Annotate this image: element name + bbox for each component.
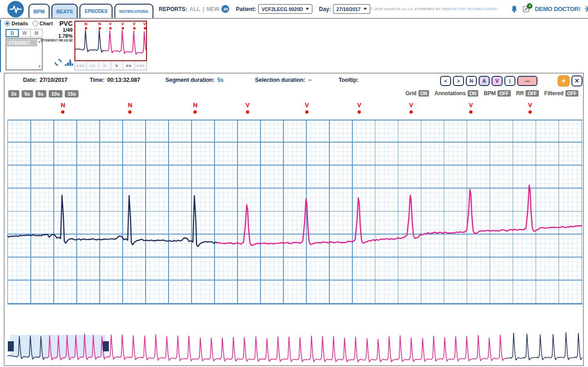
duration-button-10s[interactable]: 10s	[49, 90, 62, 97]
reports-separator: |	[203, 6, 204, 12]
segment-time: Time: 00:13:32.087	[90, 77, 140, 83]
thumb-annotation-V: V	[121, 22, 124, 29]
beat-button-3[interactable]: A	[479, 76, 490, 86]
add-button[interactable]: +	[558, 75, 570, 86]
thumb-annotation-V: V	[143, 22, 146, 29]
time-value: 00:13:32.087	[107, 77, 140, 83]
details-radio[interactable]: Details	[5, 21, 28, 26]
toggle-state-badge[interactable]: ON	[468, 90, 478, 97]
toggle-label: BPM	[484, 90, 496, 97]
beat-annotation-V[interactable]: V	[528, 102, 532, 114]
beat-annotation-V[interactable]: V	[245, 102, 249, 114]
duration-button-15s[interactable]: 15s	[65, 90, 79, 97]
period-button-d[interactable]: D	[6, 29, 19, 37]
segment-duration: Segment duration: 5s	[165, 77, 224, 83]
ecg-overview-strip[interactable]	[7, 325, 582, 365]
app-logo-icon[interactable]	[7, 1, 24, 17]
beat-button-2[interactable]: N	[466, 76, 477, 86]
beat-button-6[interactable]: —	[517, 76, 537, 86]
pvc-preview-thumbnail[interactable]: NNVVVV	[74, 21, 147, 61]
toggle-state-badge[interactable]: OFF	[526, 90, 538, 97]
date-label: Date:	[23, 77, 37, 83]
annotation-dot-icon	[99, 27, 101, 29]
tab-episodes[interactable]: EPISODES	[79, 4, 113, 18]
annotation-dot-icon	[121, 27, 124, 29]
beat-annotation-V[interactable]: V	[469, 102, 473, 114]
annotation-letter: V	[357, 102, 361, 109]
patient-field: Patient: VCF2LECG 0020D	[236, 4, 312, 14]
annotation-letter: V	[305, 102, 309, 109]
messages-edit-icon[interactable]: 2	[522, 5, 531, 13]
reports-label: REPORTS:	[159, 6, 187, 12]
beat-annotation-N[interactable]: N	[61, 102, 65, 114]
beat-annotation-V[interactable]: V	[357, 102, 361, 114]
chevron-down-icon	[305, 8, 309, 10]
beat-annotation-V[interactable]: V	[409, 102, 413, 114]
annotation-dot-icon	[469, 110, 472, 114]
selection-handle-left[interactable]	[8, 341, 14, 351]
reports-count-badge[interactable]: 30	[221, 5, 229, 13]
thumb-annotation-V: V	[109, 22, 112, 29]
pvc-nav-button-4[interactable]: >>	[123, 61, 135, 70]
date-list[interactable]: 27/10/2017 ▲ ▼	[6, 38, 43, 70]
duration-button-5s[interactable]: 5s	[22, 90, 33, 97]
copyright-brand: INNOVATION TECHNOLOGIES.	[442, 7, 498, 11]
annotation-letter: N	[61, 102, 65, 109]
annotation-dot-icon	[357, 110, 361, 114]
user-name[interactable]: DEMO DOCTOR!	[535, 6, 580, 12]
main-tabs: BPMBEATSEPISODESNOTIFICATIONS	[28, 0, 153, 18]
annotation-dot-icon	[246, 110, 249, 114]
tab-bpm[interactable]: BPM	[28, 4, 50, 18]
patient-select[interactable]: VCF2LECG 0020D	[258, 4, 312, 14]
day-select[interactable]: 27/10/2017	[333, 4, 370, 14]
selection-handle-right[interactable]	[103, 341, 109, 351]
pvc-nav-button-0[interactable]: <<<	[75, 61, 87, 70]
beat-annotation-V[interactable]: V	[305, 102, 309, 114]
beat-annotation-N[interactable]: N	[193, 102, 198, 114]
selection-duration-value: --	[308, 77, 311, 83]
pvc-nav-button-1[interactable]: <<	[87, 61, 99, 70]
pvc-nav-button-2[interactable]: <	[99, 61, 111, 70]
annotation-dot-icon	[85, 27, 87, 29]
toggle-state-badge[interactable]: OFF	[565, 90, 578, 97]
toggle-state-badge[interactable]: OFF	[498, 90, 510, 97]
annotation-layer: NNNVVVVVV	[7, 102, 582, 119]
pvc-nav-button-3[interactable]: >	[111, 61, 123, 70]
beat-button-0[interactable]: <	[440, 76, 451, 86]
histogram-icon[interactable]	[64, 58, 74, 66]
patient-value: VCF2LECG 0020D	[261, 6, 303, 12]
tab-beats[interactable]: BEATS	[51, 4, 78, 18]
pvc-nav-button-5[interactable]: >>>	[135, 61, 147, 70]
close-button[interactable]: ×	[571, 75, 582, 86]
tooltip-label: Tooltip:	[339, 77, 358, 83]
annotation-dot-icon	[194, 110, 197, 114]
duration-buttons: 3s5s6s10s15s	[8, 90, 79, 97]
ecg-chart[interactable]	[7, 120, 582, 304]
pvc-stats: PVC 1/49 1.78% 27/10/2017 00:13:32	[27, 20, 73, 43]
toggle-label: RR	[516, 90, 524, 97]
annotation-letter: V	[469, 102, 473, 109]
beat-type-buttons: <>NAV|—	[440, 76, 537, 86]
scroll-down-arrow-icon[interactable]: ▼	[38, 65, 41, 69]
beat-annotation-N[interactable]: N	[128, 102, 132, 114]
annotation-letter: N	[193, 102, 198, 109]
messages-count-badge: 2	[527, 3, 532, 9]
reports-all-link[interactable]: ALL	[190, 6, 200, 12]
refresh-icon[interactable]	[54, 58, 62, 66]
tab-notifications[interactable]: NOTIFICATIONS	[114, 4, 153, 18]
thumb-annotation-N: N	[98, 22, 102, 29]
radio-selected-icon[interactable]	[5, 21, 10, 26]
duration-button-6s[interactable]: 6s	[35, 90, 46, 97]
annotation-letter: V	[528, 102, 532, 109]
toggle-state-badge[interactable]: ON	[418, 90, 429, 97]
selection-duration-label: Selection duration:	[255, 77, 305, 83]
beat-button-1[interactable]: >	[453, 76, 464, 86]
beat-button-4[interactable]: V	[492, 76, 503, 86]
reports-new-link[interactable]: NEW	[206, 6, 219, 12]
beat-button-5[interactable]: |	[504, 76, 515, 86]
notifications-bell-icon[interactable]	[510, 5, 518, 13]
selection-duration: Selection duration: --	[255, 77, 311, 83]
chevron-down-icon	[363, 8, 367, 10]
duration-button-3s[interactable]: 3s	[8, 90, 19, 97]
gear-icon[interactable]	[585, 5, 588, 13]
